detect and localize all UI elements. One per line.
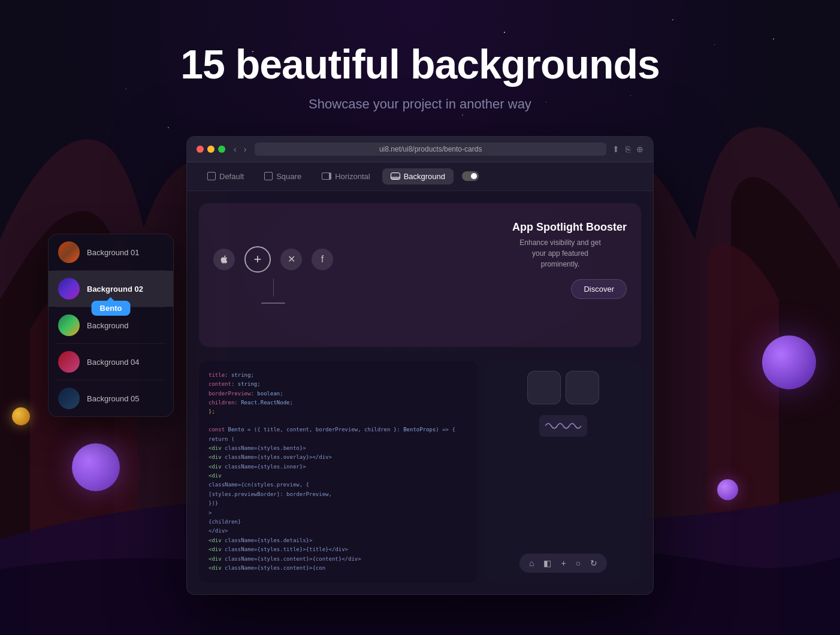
extension-icon[interactable]: ⊕ bbox=[636, 144, 643, 154]
traffic-lights bbox=[197, 146, 225, 153]
avatar-bg01 bbox=[58, 241, 80, 263]
discover-button[interactable]: Discover bbox=[571, 279, 627, 299]
device-icon-1 bbox=[527, 371, 561, 404]
code-line-3: borderPreview: boolean; bbox=[209, 389, 469, 398]
device-wave bbox=[539, 415, 587, 437]
brand-icon-1 bbox=[213, 249, 235, 270]
bottom-cards-row: title: string; content: string; borderPr… bbox=[199, 361, 641, 583]
device-card-icons bbox=[527, 371, 599, 404]
tab-horizontal[interactable]: Horizontal bbox=[313, 168, 379, 185]
dash-line bbox=[261, 303, 285, 304]
panel-item-bg05[interactable]: Background 05 bbox=[49, 380, 173, 416]
tab-square-label: Square bbox=[276, 172, 301, 181]
browser-window: ‹ › ui8.net/ui8/products/bento-cards ⬆ ⎘… bbox=[186, 136, 654, 595]
default-icon bbox=[207, 172, 216, 180]
background-icon bbox=[391, 173, 400, 180]
device-card: ⌂ ◧ + ○ ↻ bbox=[485, 361, 641, 583]
code-line-4: children: React.ReactNode; bbox=[209, 398, 469, 407]
maximize-button[interactable] bbox=[218, 146, 225, 153]
panel-item-bg04[interactable]: Background 04 bbox=[49, 344, 173, 380]
panel-label-bg05: Background 05 bbox=[87, 394, 139, 403]
page-subtitle: Showcase your project in another way bbox=[309, 96, 531, 112]
code-line-5: }; bbox=[209, 407, 469, 416]
code-line-15: > bbox=[209, 509, 469, 517]
spotlight-title: App Spotlight Booster bbox=[512, 221, 627, 234]
social-icons-row: + ✕ f bbox=[213, 246, 333, 273]
code-line-18: <div className={styles.details}> bbox=[209, 536, 469, 545]
spotlight-text: App Spotlight Booster Enhance visibility… bbox=[512, 221, 627, 299]
plus-button[interactable]: + bbox=[244, 246, 271, 273]
spotlight-card: + ✕ f App Spotlight Booster Enhance visi… bbox=[199, 203, 641, 347]
code-line-8: <div className={styles.bento}> bbox=[209, 444, 469, 452]
panel-label-bg03: Background bbox=[87, 321, 128, 330]
spotlight-description: Enhance visibility and get your app feat… bbox=[512, 237, 608, 270]
tab-horizontal-label: Horizontal bbox=[335, 172, 370, 181]
brand-icon-2: f bbox=[312, 249, 333, 270]
horizontal-icon bbox=[322, 173, 331, 180]
tab-default[interactable]: Default bbox=[199, 168, 252, 185]
code-line-7: return ( bbox=[209, 435, 469, 443]
panel-label-bg02: Background 02 bbox=[87, 285, 143, 294]
panel-label-bg01: Background 01 bbox=[87, 248, 139, 257]
minimize-button[interactable] bbox=[207, 146, 214, 153]
close-button[interactable] bbox=[197, 146, 204, 153]
refresh-icon[interactable]: ↻ bbox=[590, 558, 597, 568]
code-line-12: className={cn(styles.preview, { bbox=[209, 480, 469, 489]
tab-bar: Default Square Horizontal Background bbox=[187, 162, 653, 191]
back-button[interactable]: ‹ bbox=[231, 143, 239, 155]
code-line-6: const Bento = ({ title, content, borderP… bbox=[209, 425, 469, 434]
device-icon-2 bbox=[566, 371, 599, 404]
tab-background-label: Background bbox=[404, 172, 445, 181]
code-line-1: title: string; bbox=[209, 371, 469, 379]
circle-icon[interactable]: ○ bbox=[576, 558, 581, 568]
cursor-icon[interactable]: + bbox=[561, 558, 566, 568]
avatar-bg04 bbox=[58, 351, 80, 373]
nav-arrows: ‹ › bbox=[231, 143, 249, 155]
panel-label-bg04: Background 04 bbox=[87, 358, 139, 367]
page-title: 15 beautiful backgrounds bbox=[180, 42, 660, 87]
bookmark-icon[interactable]: ⎘ bbox=[626, 144, 630, 154]
square-icon bbox=[264, 172, 273, 180]
tab-square[interactable]: Square bbox=[256, 168, 310, 185]
panel-item-bg02[interactable]: Background 02 Bento bbox=[49, 271, 173, 307]
code-line-2: content: string; bbox=[209, 380, 469, 388]
code-line-11: <div bbox=[209, 471, 469, 480]
bookmarks-icon[interactable]: ◧ bbox=[543, 558, 551, 568]
home-icon[interactable]: ⌂ bbox=[529, 558, 534, 568]
avatar-bg03 bbox=[58, 315, 80, 336]
left-panel: Background 01 Background 02 Bento Backgr… bbox=[48, 234, 174, 417]
code-line-10: <div className={styles.inner}> bbox=[209, 462, 469, 471]
code-line-13: [styles.previewBorder]: borderPreview, bbox=[209, 490, 469, 498]
browser-content-area: + ✕ f App Spotlight Booster Enhance visi… bbox=[187, 191, 653, 595]
panel-item-bg01[interactable]: Background 01 bbox=[49, 234, 173, 270]
code-line-19: <div className={styles.title}>{title}</d… bbox=[209, 545, 469, 554]
tab-background[interactable]: Background bbox=[382, 168, 454, 185]
device-bottom-bar: ⌂ ◧ + ○ ↻ bbox=[519, 554, 607, 573]
code-line-21: <div className={styles.content}>{con bbox=[209, 564, 469, 572]
brand-icon-x: ✕ bbox=[280, 249, 302, 270]
avatar-bg02 bbox=[58, 278, 80, 300]
code-line-17: </div> bbox=[209, 527, 469, 535]
forward-button[interactable]: › bbox=[241, 143, 249, 155]
code-line-9: <div className={styles.overlay}></div> bbox=[209, 453, 469, 461]
code-line-20: <div className={styles.content}>{content… bbox=[209, 555, 469, 563]
browser-titlebar: ‹ › ui8.net/ui8/products/bento-cards ⬆ ⎘… bbox=[187, 137, 653, 162]
code-line-16: {children} bbox=[209, 518, 469, 526]
bento-tooltip: Bento bbox=[92, 301, 131, 316]
connector-line bbox=[273, 279, 274, 297]
address-bar[interactable]: ui8.net/ui8/products/bento-cards bbox=[255, 143, 606, 156]
browser-toolbar-icons: ⬆ ⎘ ⊕ bbox=[612, 144, 643, 154]
spotlight-icons: + ✕ f bbox=[213, 246, 333, 304]
toggle-switch[interactable] bbox=[462, 171, 479, 181]
avatar-bg05 bbox=[58, 388, 80, 409]
code-card: title: string; content: string; borderPr… bbox=[199, 361, 478, 583]
tab-default-label: Default bbox=[219, 172, 244, 181]
code-line-14: })} bbox=[209, 499, 469, 507]
share-icon[interactable]: ⬆ bbox=[612, 144, 620, 154]
